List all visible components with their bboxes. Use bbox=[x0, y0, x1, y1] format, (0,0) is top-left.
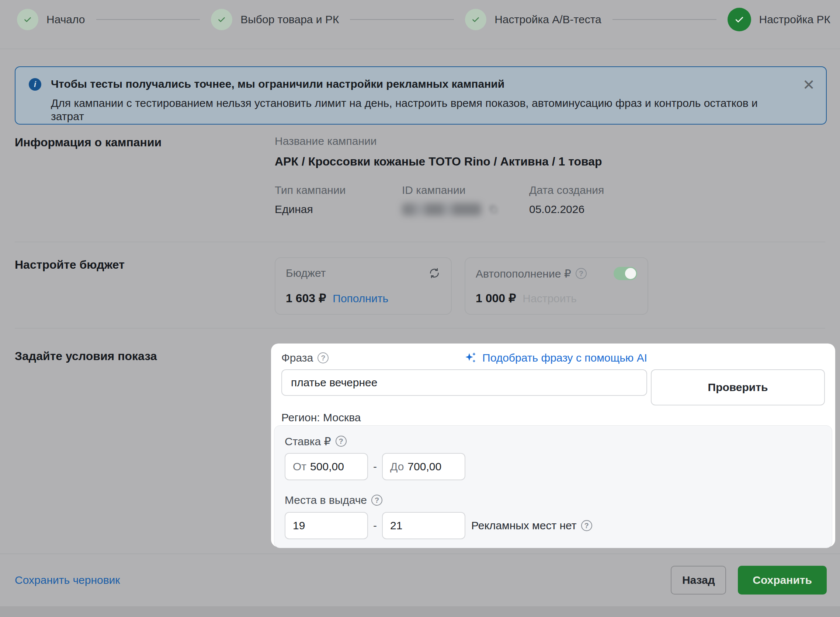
positions-label: Места в выдаче bbox=[285, 494, 367, 506]
position-from-field[interactable]: 19 bbox=[285, 512, 368, 539]
campaign-id-cell: ID кампании bbox=[402, 184, 529, 216]
banner-body: Для кампании с тестированием нельзя уста… bbox=[51, 97, 793, 123]
save-draft-link[interactable]: Сохранить черновик bbox=[15, 574, 120, 586]
budget-heading: Настройте бюджет bbox=[15, 258, 125, 272]
campaign-created-cell: Дата создания 05.02.2026 bbox=[529, 184, 825, 216]
step-abtest[interactable]: Настройка A/B-теста bbox=[465, 9, 602, 30]
positions-range-row: 19 - 21 Рекламных мест нет ? bbox=[285, 512, 822, 539]
refresh-icon[interactable] bbox=[428, 267, 441, 279]
step-done-circle bbox=[465, 9, 487, 30]
configure-link-disabled: Настроить bbox=[522, 292, 577, 305]
campaign-name-label: Название кампании bbox=[275, 135, 825, 148]
bid-to-field[interactable]: До 700,00 bbox=[382, 453, 465, 480]
campaign-id-value-redacted bbox=[402, 203, 481, 216]
help-icon[interactable]: ? bbox=[336, 435, 347, 447]
banner-texts: Чтобы тесты получались точнее, мы ограни… bbox=[51, 77, 793, 123]
step-label: Настройка РК bbox=[759, 13, 831, 26]
check-icon bbox=[471, 15, 481, 24]
positions-label-row: Места в выдаче ? bbox=[285, 493, 822, 507]
save-button[interactable]: Сохранить bbox=[738, 566, 827, 595]
step-label: Начало bbox=[46, 13, 85, 26]
no-ad-slots-note: Рекламных мест нет ? bbox=[471, 519, 592, 532]
stepper: Начало Выбор товара и РК Настройка A/B-т… bbox=[0, 0, 840, 49]
conditions-heading: Задайте условия показа bbox=[15, 350, 157, 363]
check-icon bbox=[734, 14, 745, 25]
step-label: Настройка A/B-теста bbox=[494, 13, 602, 26]
bid-label: Ставка ₽ bbox=[285, 435, 331, 448]
step-label: Выбор товара и РК bbox=[240, 13, 339, 26]
autotopup-card-label: Автопополнение ₽ bbox=[476, 267, 571, 280]
back-button[interactable]: Назад bbox=[671, 566, 726, 595]
position-to-field[interactable]: 21 bbox=[382, 512, 465, 539]
bid-from-field[interactable]: От 500,00 bbox=[285, 453, 368, 480]
close-icon[interactable]: ✕ bbox=[802, 77, 815, 92]
budget-card-label: Бюджет bbox=[286, 267, 326, 279]
stepper-connector bbox=[612, 19, 716, 20]
help-icon[interactable]: ? bbox=[318, 352, 328, 363]
conditions-spotlight-panel: Фраза ? Подобрать фразу с помощью AI Про… bbox=[271, 344, 835, 547]
footer: Сохранить черновик Назад Сохранить bbox=[0, 554, 840, 606]
region-text: Регион: Москва bbox=[281, 411, 825, 424]
range-dash: - bbox=[373, 461, 377, 473]
check-phrase-button[interactable]: Проверить bbox=[651, 369, 825, 406]
budget-cards: Бюджет 1 603 ₽ Пополнить Автопополнение … bbox=[275, 257, 648, 315]
campaign-type-label: Тип кампании bbox=[275, 184, 402, 196]
info-banner: i Чтобы тесты получались точнее, мы огра… bbox=[15, 66, 827, 125]
range-dash: - bbox=[373, 519, 377, 532]
autotopup-card: Автопополнение ₽ ? 1 000 ₽ Настроить bbox=[464, 257, 648, 315]
campaign-info-heading: Информация о кампании bbox=[15, 136, 161, 149]
campaign-info-body: Название кампании АРК / Кроссовки кожаны… bbox=[275, 135, 825, 216]
phrase-label: Фраза ? bbox=[281, 351, 328, 364]
campaign-created-label: Дата создания bbox=[529, 184, 825, 196]
campaign-setup-page: Начало Выбор товара и РК Настройка A/B-т… bbox=[0, 0, 840, 617]
check-icon bbox=[217, 15, 226, 24]
phrase-input[interactable] bbox=[281, 369, 647, 396]
campaign-name-value: АРК / Кроссовки кожаные TOTO Rino / Акти… bbox=[275, 155, 825, 168]
step-rk-setup[interactable]: Настройка РК bbox=[728, 8, 831, 31]
budget-amount: 1 603 ₽ bbox=[286, 291, 326, 305]
bid-settings-card: Ставка ₽ ? От 500,00 - До 700,00 Места в… bbox=[274, 425, 832, 548]
step-done-circle bbox=[17, 9, 38, 30]
ai-phrase-link-label: Подобрать фразу с помощью AI bbox=[482, 351, 647, 364]
step-active-circle bbox=[728, 8, 751, 31]
toggle-knob bbox=[625, 268, 636, 279]
step-start[interactable]: Начало bbox=[17, 9, 85, 30]
campaign-type-cell: Тип кампании Единая bbox=[275, 184, 402, 216]
autotopup-amount: 1 000 ₽ bbox=[476, 291, 516, 305]
check-icon bbox=[23, 15, 33, 24]
step-done-circle bbox=[211, 9, 232, 30]
step-product[interactable]: Выбор товара и РК bbox=[211, 9, 339, 30]
bottom-strip bbox=[0, 606, 840, 617]
budget-card: Бюджет 1 603 ₽ Пополнить bbox=[275, 257, 452, 315]
campaign-type-value: Единая bbox=[275, 203, 402, 216]
copy-icon[interactable] bbox=[488, 204, 499, 215]
bid-label-row: Ставка ₽ ? bbox=[285, 435, 822, 448]
stepper-connector bbox=[96, 19, 200, 20]
stepper-connector bbox=[350, 19, 454, 20]
campaign-meta: Тип кампании Единая ID кампании Дата соз… bbox=[275, 184, 825, 216]
help-icon[interactable]: ? bbox=[581, 520, 592, 531]
campaign-id-label: ID кампании bbox=[402, 184, 529, 196]
section-divider bbox=[15, 242, 825, 242]
bid-range-row: От 500,00 - До 700,00 bbox=[285, 453, 822, 480]
campaign-created-value: 05.02.2026 bbox=[529, 203, 825, 216]
banner-title: Чтобы тесты получались точнее, мы ограни… bbox=[51, 77, 793, 91]
info-icon: i bbox=[29, 78, 41, 91]
section-divider bbox=[15, 328, 825, 328]
autotopup-toggle[interactable] bbox=[614, 267, 637, 280]
help-icon[interactable]: ? bbox=[371, 494, 382, 506]
help-icon[interactable]: ? bbox=[575, 268, 587, 279]
ai-phrase-link[interactable]: Подобрать фразу с помощью AI bbox=[463, 351, 647, 365]
ai-sparkle-icon bbox=[463, 351, 477, 365]
topup-link[interactable]: Пополнить bbox=[333, 292, 388, 305]
phrase-header: Фраза ? Подобрать фразу с помощью AI bbox=[281, 350, 647, 366]
